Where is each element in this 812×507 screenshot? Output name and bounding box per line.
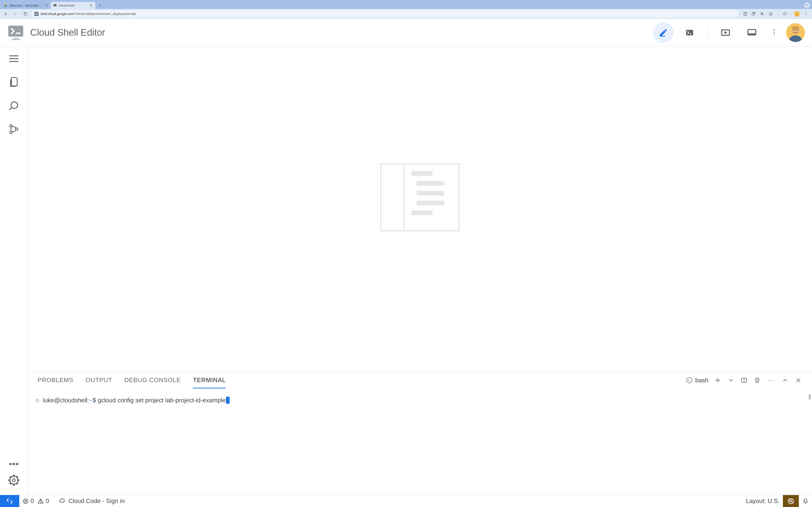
tab-problems[interactable]: PROBLEMS [38, 372, 73, 388]
zoom-icon[interactable] [760, 11, 765, 16]
tab-title: Cloud Shell [59, 4, 87, 7]
activity-more-button[interactable] [7, 460, 20, 467]
errors-count: 0 [31, 497, 34, 505]
svg-rect-21 [690, 33, 692, 34]
svg-point-37 [10, 463, 11, 465]
search-button[interactable] [7, 99, 20, 112]
terminal-status-icon [36, 399, 39, 402]
terminal-scrollbar[interactable] [809, 394, 811, 399]
empty-placeholder-icon [380, 163, 460, 231]
layout-label: Layout: U.S. [746, 497, 779, 505]
new-tab-button[interactable]: + [96, 2, 103, 9]
browser-tab-welcome[interactable]: Welcome – lab-project-id-ex… ✕ [1, 2, 51, 9]
url-text: shell.cloud.google.com/?show=ide&environ… [40, 12, 736, 16]
user-avatar[interactable] [786, 23, 805, 42]
profile-avatar-icon[interactable] [794, 11, 800, 17]
terminal-panel: PROBLEMS OUTPUT DEBUG CONSOLE TERMINAL b… [28, 372, 812, 495]
tabs-dropdown-button[interactable] [804, 2, 810, 8]
warnings-count: 0 [46, 497, 49, 505]
panel-close-button[interactable] [795, 377, 802, 384]
notifications-button[interactable] [799, 495, 812, 507]
reload-button[interactable] [21, 10, 29, 17]
cloud-shell-logo-icon[interactable] [7, 25, 24, 41]
status-bar: 0 0 Cloud Code - Sign in Layout: U.S. [0, 495, 812, 507]
svg-point-27 [774, 32, 775, 33]
back-button[interactable] [2, 10, 9, 17]
svg-point-34 [10, 125, 12, 127]
svg-point-23 [724, 32, 727, 34]
editor-empty-state [28, 47, 812, 372]
tab-title: Welcome – lab-project-id-ex… [9, 4, 43, 7]
svg-rect-19 [660, 36, 665, 36]
activity-bar [0, 47, 28, 495]
warnings-indicator[interactable]: 0 [37, 495, 52, 507]
header-menu-icon[interactable] [768, 27, 780, 38]
tab-close-icon[interactable]: ✕ [89, 3, 93, 7]
workspace: PROBLEMS OUTPUT DEBUG CONSOLE TERMINAL b… [0, 47, 812, 495]
cloud-code-signin[interactable]: Cloud Code - Sign in [52, 495, 128, 507]
kill-terminal-button[interactable] [754, 377, 761, 384]
site-settings-icon[interactable] [34, 12, 39, 16]
install-pwa-icon[interactable] [743, 11, 748, 16]
header-divider [707, 25, 708, 40]
panel-more-button[interactable]: ··· [767, 377, 776, 384]
svg-rect-25 [748, 33, 756, 35]
browser-menu-icon[interactable] [803, 11, 809, 16]
svg-point-35 [10, 131, 12, 133]
editor-area: PROBLEMS OUTPUT DEBUG CONSOLE TERMINAL b… [28, 47, 812, 495]
editor-mode-button[interactable] [653, 22, 674, 43]
browser-tab-cloud-shell[interactable]: >_ Cloud Shell ✕ [51, 2, 95, 9]
svg-point-33 [11, 102, 18, 108]
explorer-button[interactable] [7, 75, 20, 89]
svg-point-26 [774, 30, 775, 31]
split-terminal-button[interactable] [740, 377, 748, 384]
terminal-mode-button[interactable] [679, 22, 700, 43]
cloud-code-label: Cloud Code - Sign in [68, 497, 125, 505]
address-bar[interactable]: shell.cloud.google.com/?show=ide&environ… [32, 10, 739, 17]
svg-point-28 [774, 34, 775, 35]
extensions-icon[interactable] [782, 11, 787, 16]
panel-maximize-button[interactable] [781, 377, 789, 384]
svg-point-39 [16, 463, 18, 465]
svg-text:>_: >_ [54, 4, 56, 6]
menu-button[interactable] [7, 52, 20, 65]
svg-point-13 [806, 14, 806, 14]
settings-button[interactable] [7, 474, 20, 487]
svg-point-11 [806, 12, 806, 12]
errors-indicator[interactable]: 0 [19, 495, 37, 507]
preview-button[interactable] [715, 22, 736, 43]
browser-tabs-bar: Welcome – lab-project-id-ex… ✕ >_ Cloud … [0, 0, 812, 9]
terminal-body[interactable]: luke@cloudshell:~$ gcloud config set pro… [28, 389, 812, 495]
forward-button[interactable] [12, 10, 19, 17]
panel-actions: bash ··· [686, 377, 802, 384]
gcp-favicon-icon [4, 3, 7, 7]
tab-close-icon[interactable]: ✕ [45, 3, 48, 7]
svg-point-12 [806, 13, 806, 13]
new-terminal-button[interactable] [714, 377, 721, 384]
svg-rect-18 [11, 39, 21, 40]
browser-toolbar: shell.cloud.google.com/?show=ide&environ… [0, 9, 812, 19]
svg-point-10 [796, 12, 798, 14]
svg-point-36 [15, 128, 18, 130]
terminal-dropdown-icon[interactable] [727, 377, 735, 384]
ports-indicator[interactable] [783, 495, 799, 507]
bookmark-icon[interactable] [768, 11, 773, 16]
svg-rect-3 [36, 14, 37, 14]
panel-tabs: PROBLEMS OUTPUT DEBUG CONSOLE TERMINAL b… [28, 372, 812, 389]
remote-indicator-button[interactable] [0, 495, 19, 507]
source-control-button[interactable] [7, 122, 20, 136]
terminal-line: luke@cloudshell:~$ gcloud config set pro… [43, 396, 230, 488]
app-header: Cloud Shell Editor [0, 19, 812, 47]
svg-point-38 [13, 463, 15, 465]
open-new-window-icon[interactable] [751, 11, 756, 16]
tab-output[interactable]: OUTPUT [86, 372, 112, 388]
svg-rect-4 [37, 13, 38, 14]
display-button[interactable] [742, 22, 762, 43]
tab-debug-console[interactable]: DEBUG CONSOLE [124, 372, 181, 388]
svg-rect-16 [16, 33, 20, 34]
shell-selector[interactable]: bash [686, 377, 708, 384]
tab-terminal[interactable]: TERMINAL [193, 372, 225, 388]
svg-rect-20 [686, 30, 693, 35]
shell-name: bash [695, 377, 708, 384]
keyboard-layout[interactable]: Layout: U.S. [743, 495, 783, 507]
